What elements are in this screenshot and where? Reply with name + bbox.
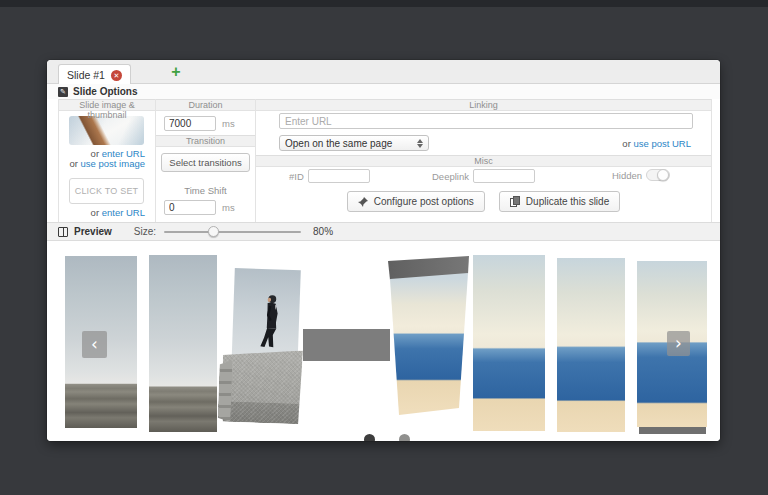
slide-slice-5 — [473, 255, 545, 431]
slide-preview-area: ‹ › — [47, 242, 720, 441]
preview-icon — [58, 227, 68, 237]
image-column: Slide image & thumbnail or enter URL or … — [58, 99, 155, 222]
id-input[interactable] — [308, 169, 370, 183]
timing-column: Duration ms Transition Select transition… — [155, 99, 255, 222]
carousel-next-button[interactable]: › — [667, 331, 690, 356]
slide-tab-bar: Slide #1 ✕ + — [47, 60, 720, 84]
time-shift-input[interactable] — [164, 200, 216, 215]
deeplink-label: Deeplink — [432, 171, 469, 182]
slide-slice-4-cube — [388, 256, 472, 416]
link-target-value: Open on the same page — [285, 138, 392, 149]
link-target-select[interactable]: Open on the same page — [279, 135, 429, 151]
add-slide-button[interactable]: + — [167, 62, 185, 82]
preview-size-label: Size: — [134, 226, 156, 237]
slide-options-title: Slide Options — [73, 86, 137, 97]
time-shift-label: Time Shift — [156, 185, 255, 196]
transition-header: Transition — [156, 135, 255, 147]
preview-bar: Preview Size: 80% — [47, 222, 720, 241]
tab-slide-1[interactable]: Slide #1 ✕ — [58, 64, 131, 85]
duration-input[interactable] — [164, 116, 216, 131]
preview-size-slider[interactable] — [164, 231, 301, 233]
slice-7-side-face — [639, 427, 706, 434]
hidden-toggle-knob — [657, 169, 669, 181]
select-transitions-button[interactable]: Select transitions — [161, 153, 249, 172]
hidden-toggle[interactable] — [646, 169, 670, 181]
time-shift-unit: ms — [222, 202, 235, 213]
use-post-url-link[interactable]: use post URL — [633, 138, 691, 149]
configure-post-options-label: Configure post options — [374, 196, 474, 207]
link-url-input[interactable] — [279, 113, 693, 129]
edit-icon: ✎ — [58, 87, 68, 97]
slide-slice-6 — [557, 258, 625, 432]
or-text: or — [69, 158, 80, 169]
linking-misc-column: Linking Open on the same page or use pos… — [255, 99, 712, 222]
duplicate-slide-button[interactable]: Duplicate this slide — [499, 191, 620, 212]
slide-options-grid: Slide image & thumbnail or enter URL or … — [58, 99, 712, 222]
duration-unit: ms — [222, 118, 235, 129]
slide-slice-3-businessman — [220, 268, 306, 433]
slide-editor-panel: Slide #1 ✕ + ✎ Slide Options Slide image… — [47, 60, 720, 441]
duplicate-slide-label: Duplicate this slide — [526, 196, 609, 207]
concrete-steps — [217, 359, 232, 421]
caption-layer-box — [303, 329, 390, 361]
misc-header: Misc — [256, 155, 711, 167]
carousel-bullet-inactive[interactable] — [399, 434, 410, 441]
or-text: or — [91, 207, 102, 218]
thumbnail-click-to-set[interactable]: CLICK TO SET — [69, 178, 144, 204]
or-text: or — [622, 138, 633, 149]
slide-slice-2 — [149, 255, 217, 432]
businessman-figure — [257, 294, 286, 353]
carousel-bullet-active[interactable] — [364, 434, 375, 441]
preview-size-slider-knob[interactable] — [208, 226, 219, 237]
duration-header: Duration — [156, 99, 255, 111]
tab-slide-1-label: Slide #1 — [67, 69, 105, 81]
slide-options-header: ✎ Slide Options — [47, 84, 720, 99]
slide-image-thumbnail[interactable] — [69, 116, 144, 145]
configure-post-options-button[interactable]: Configure post options — [347, 191, 485, 212]
select-updown-icon — [417, 139, 423, 148]
id-label: #ID — [289, 171, 304, 182]
deeplink-input[interactable] — [473, 169, 535, 183]
cube-front-face — [388, 256, 472, 416]
duplicate-icon — [510, 196, 520, 207]
preview-size-value: 80% — [313, 226, 333, 237]
preview-label: Preview — [74, 226, 112, 237]
thumbnail-enter-url-link[interactable]: enter URL — [102, 207, 145, 218]
concrete-block — [220, 348, 303, 425]
pushpin-icon — [358, 197, 368, 207]
delete-slide-icon[interactable]: ✕ — [111, 70, 122, 81]
use-post-image-link[interactable]: use post image — [81, 158, 145, 169]
image-column-header: Slide image & thumbnail — [59, 99, 155, 111]
linking-header: Linking — [256, 99, 711, 111]
carousel-prev-button[interactable]: ‹ — [82, 331, 107, 358]
hidden-label: Hidden — [612, 170, 642, 181]
window-top-edge — [0, 0, 768, 7]
